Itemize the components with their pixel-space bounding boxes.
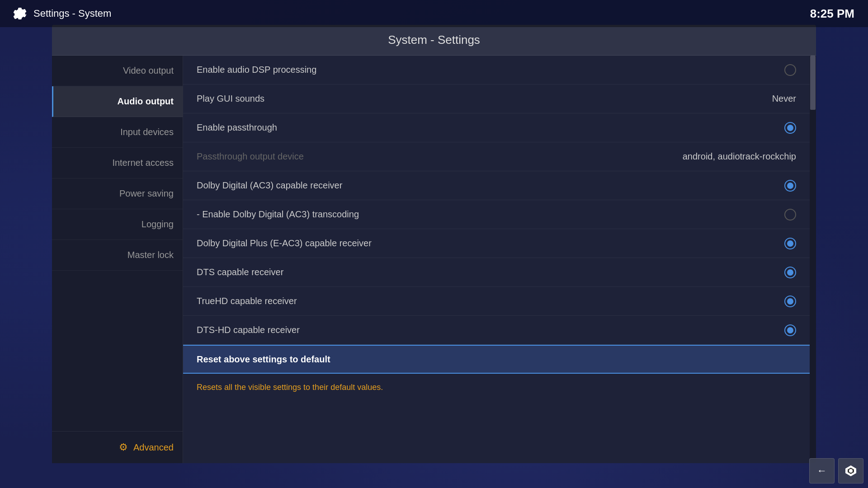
radio-dts-receiver[interactable] <box>784 267 796 278</box>
setting-label-passthrough-device: Passthrough output device <box>197 151 304 162</box>
setting-label-dolby-ac3-transcode: - Enable Dolby Digital (AC3) transcoding <box>197 209 359 220</box>
dialog-body: Video outputAudio outputInput devicesInt… <box>52 56 816 463</box>
settings-content[interactable]: Enable audio DSP processingPlay GUI soun… <box>183 56 810 463</box>
kodi-icon <box>844 465 857 477</box>
sidebar-item-internet-access[interactable]: Internet access <box>52 148 183 178</box>
back-icon: ← <box>817 465 827 477</box>
setting-row-play-gui-sounds[interactable]: Play GUI soundsNever <box>183 84 810 113</box>
sidebar-item-audio-output[interactable]: Audio output <box>52 86 183 117</box>
radio-dolby-eac3[interactable] <box>784 238 796 249</box>
gear-icon-advanced: ⚙ <box>119 441 128 453</box>
reset-row[interactable]: Reset above settings to default <box>183 345 810 374</box>
sidebar-spacer <box>52 271 183 431</box>
setting-row-dolby-eac3[interactable]: Dolby Digital Plus (E-AC3) capable recei… <box>183 229 810 258</box>
top-bar-time: 8:25 PM <box>810 7 854 21</box>
radio-audio-dsp[interactable] <box>784 64 796 76</box>
gear-icon-top <box>14 6 28 21</box>
setting-row-dolby-ac3-transcode[interactable]: - Enable Dolby Digital (AC3) transcoding <box>183 200 810 229</box>
sidebar-item-master-lock[interactable]: Master lock <box>52 240 183 271</box>
top-bar-title: Settings - System <box>33 8 111 19</box>
setting-row-truehd-receiver[interactable]: TrueHD capable receiver <box>183 287 810 316</box>
setting-value-passthrough-device: android, audiotrack-rockchip <box>683 151 796 162</box>
sidebar-item-power-saving[interactable]: Power saving <box>52 178 183 209</box>
setting-label-play-gui-sounds: Play GUI sounds <box>197 94 264 104</box>
setting-label-truehd-receiver: TrueHD capable receiver <box>197 296 297 306</box>
description-text: Resets all the visible settings to their… <box>197 383 383 392</box>
reset-label: Reset above settings to default <box>197 354 330 365</box>
top-bar: Settings - System 8:25 PM <box>0 0 868 27</box>
radio-truehd-receiver[interactable] <box>784 296 796 307</box>
dialog-header: System - Settings <box>52 25 816 56</box>
setting-label-audio-dsp: Enable audio DSP processing <box>197 65 316 75</box>
back-button[interactable]: ← <box>809 458 835 483</box>
radio-dtshd-receiver[interactable] <box>784 324 796 336</box>
bottom-buttons: ← <box>809 458 863 483</box>
radio-dolby-ac3-transcode[interactable] <box>784 209 796 221</box>
radio-dolby-ac3[interactable] <box>784 180 796 192</box>
radio-enable-passthrough[interactable] <box>784 122 796 134</box>
setting-value-play-gui-sounds: Never <box>772 94 796 104</box>
sidebar-advanced[interactable]: ⚙ Advanced <box>52 431 183 463</box>
home-button[interactable] <box>838 458 863 483</box>
setting-row-passthrough-device[interactable]: Passthrough output deviceandroid, audiot… <box>183 142 810 171</box>
setting-label-enable-passthrough: Enable passthrough <box>197 122 277 133</box>
sidebar-item-logging[interactable]: Logging <box>52 209 183 240</box>
svg-point-2 <box>849 469 853 473</box>
scrollbar-track[interactable] <box>810 56 816 463</box>
setting-label-dolby-ac3: Dolby Digital (AC3) capable receiver <box>197 180 342 191</box>
setting-row-dtshd-receiver[interactable]: DTS-HD capable receiver <box>183 316 810 345</box>
setting-label-dts-receiver: DTS capable receiver <box>197 267 283 277</box>
description-area: Resets all the visible settings to their… <box>183 374 810 401</box>
setting-label-dolby-eac3: Dolby Digital Plus (E-AC3) capable recei… <box>197 238 372 249</box>
setting-row-enable-passthrough[interactable]: Enable passthrough <box>183 113 810 142</box>
sidebar-item-video-output[interactable]: Video output <box>52 56 183 86</box>
setting-row-audio-dsp[interactable]: Enable audio DSP processing <box>183 56 810 84</box>
sidebar: Video outputAudio outputInput devicesInt… <box>52 56 183 463</box>
advanced-label: Advanced <box>133 442 174 453</box>
sidebar-item-input-devices[interactable]: Input devices <box>52 117 183 148</box>
top-bar-title-area: Settings - System <box>14 6 111 21</box>
setting-label-dtshd-receiver: DTS-HD capable receiver <box>197 325 300 335</box>
main-dialog: System - Settings Video outputAudio outp… <box>52 25 816 463</box>
setting-row-dts-receiver[interactable]: DTS capable receiver <box>183 258 810 287</box>
setting-row-dolby-ac3[interactable]: Dolby Digital (AC3) capable receiver <box>183 171 810 200</box>
scrollbar-thumb <box>810 56 816 110</box>
